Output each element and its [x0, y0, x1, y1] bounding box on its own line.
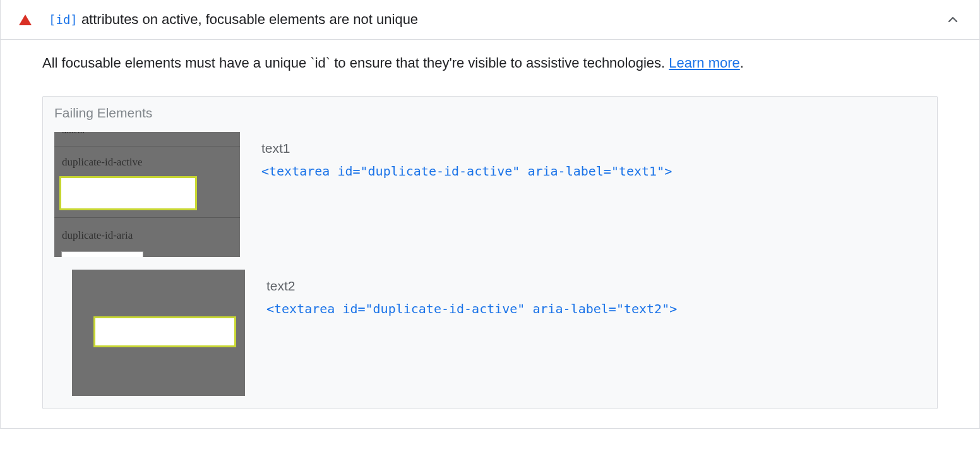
audit-item: [id] attributes on active, focusable ele… — [0, 0, 980, 429]
audit-title-code: [id] — [49, 13, 78, 27]
failing-element-code: <textarea id="duplicate-id-active" aria-… — [266, 301, 926, 316]
failing-element-label: text1 — [261, 141, 926, 156]
failing-element-row: text2 <textarea id="duplicate-id-active"… — [43, 270, 937, 409]
element-thumbnail[interactable]: dlitem duplicate-id-active duplicate-id-… — [54, 132, 240, 257]
failing-element-detail: text1 <textarea id="duplicate-id-active"… — [261, 132, 926, 179]
audit-title: [id] attributes on active, focusable ele… — [49, 11, 945, 28]
chevron-up-icon[interactable] — [945, 12, 960, 27]
audit-title-text: attributes on active, focusable elements… — [78, 11, 418, 27]
thumb-text: duplicate-id-active — [62, 156, 142, 169]
thumb-highlight — [93, 316, 236, 347]
warning-icon — [20, 14, 31, 25]
failing-element-row: dlitem duplicate-id-active duplicate-id-… — [43, 132, 937, 270]
thumb-highlight — [59, 176, 197, 210]
description-text: All focusable elements must have a uniqu… — [42, 55, 669, 71]
failing-element-code: <textarea id="duplicate-id-active" aria-… — [261, 164, 926, 179]
audit-description: All focusable elements must have a uniqu… — [42, 54, 938, 73]
thumb-text: duplicate-id-aria — [62, 229, 133, 242]
failing-elements-heading: Failing Elements — [43, 97, 937, 132]
thumb-text: dlitem — [62, 132, 85, 136]
audit-body: All focusable elements must have a uniqu… — [1, 40, 979, 428]
element-thumbnail[interactable] — [72, 270, 245, 396]
audit-header[interactable]: [id] attributes on active, focusable ele… — [1, 0, 979, 40]
learn-more-link[interactable]: Learn more — [669, 55, 740, 71]
failing-element-detail: text2 <textarea id="duplicate-id-active"… — [266, 270, 926, 316]
failing-elements-section: Failing Elements dlitem duplicate-id-act… — [42, 96, 938, 409]
failing-element-label: text2 — [266, 278, 926, 294]
